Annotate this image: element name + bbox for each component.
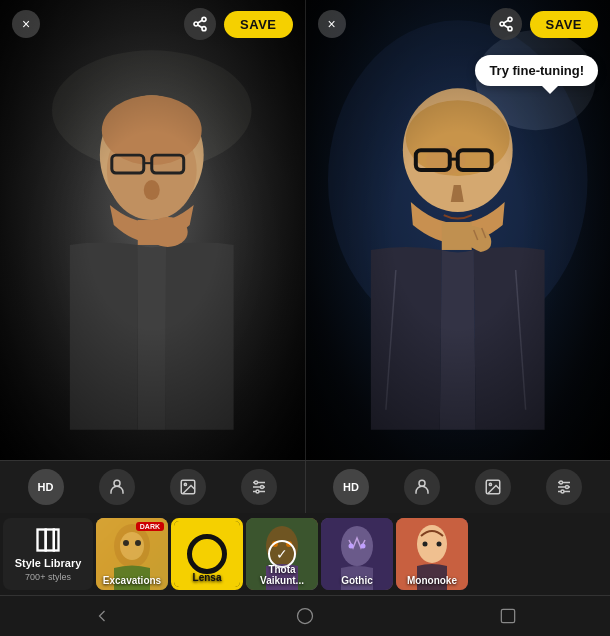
square-icon	[498, 606, 518, 626]
svg-point-64	[341, 526, 373, 566]
right-close-button[interactable]: ×	[318, 10, 346, 38]
person-svg-left	[0, 0, 305, 460]
lensa-circle	[187, 534, 227, 574]
svg-point-57	[123, 540, 129, 546]
svg-rect-51	[38, 530, 46, 551]
left-hd-button[interactable]: HD	[28, 469, 64, 505]
svg-point-65	[349, 544, 354, 549]
left-save-button[interactable]: SAVE	[224, 11, 292, 38]
sliders-icon-right	[555, 478, 573, 496]
svg-point-39	[254, 481, 257, 484]
excavations-label: Excavations	[96, 575, 168, 586]
right-hd-button[interactable]: HD	[333, 469, 369, 505]
svg-point-9	[148, 217, 188, 247]
left-gallery-button[interactable]	[170, 469, 206, 505]
left-panel: × SAVE	[0, 0, 305, 460]
svg-point-10	[202, 17, 206, 21]
svg-point-58	[135, 540, 141, 546]
svg-line-32	[503, 20, 508, 23]
mononoke-label: Mononoke	[396, 575, 468, 586]
style-library-icon	[34, 526, 62, 554]
svg-point-44	[490, 483, 492, 485]
finetune-tooltip: Try fine-tuning!	[475, 55, 598, 86]
right-gallery-button[interactable]	[475, 469, 511, 505]
svg-point-7	[144, 180, 160, 200]
svg-line-14	[198, 20, 203, 23]
svg-rect-53	[54, 530, 59, 551]
left-sliders-button[interactable]	[241, 469, 277, 505]
dark-badge: DARK	[136, 522, 164, 531]
svg-point-35	[184, 483, 186, 485]
svg-point-11	[194, 22, 198, 26]
left-tools: HD	[0, 461, 306, 513]
right-person-button[interactable]	[404, 469, 440, 505]
svg-point-56	[120, 532, 144, 560]
svg-point-71	[297, 609, 312, 624]
style-excavations[interactable]: DARK Excavations	[96, 518, 168, 590]
nav-home-button[interactable]	[287, 602, 323, 630]
left-top-bar: × SAVE	[0, 0, 305, 48]
thota-label: Thota Vaikunt...	[246, 564, 318, 586]
left-photo	[0, 0, 305, 460]
svg-point-50	[561, 490, 564, 493]
gallery-icon-right	[484, 478, 502, 496]
library-icon	[34, 526, 62, 554]
bottom-section: HD	[0, 460, 610, 636]
svg-point-12	[202, 27, 206, 31]
sliders-icon-left	[250, 478, 268, 496]
right-panel: Try fine-tuning! × SAVE	[305, 0, 611, 460]
right-top-bar: × SAVE	[306, 0, 611, 48]
svg-point-33	[114, 480, 120, 486]
back-icon	[92, 606, 112, 626]
left-person-button[interactable]	[99, 469, 135, 505]
svg-point-40	[260, 486, 263, 489]
lensa-label: Lensa	[174, 572, 240, 583]
share-icon-right	[498, 16, 514, 32]
share-icon-left	[192, 16, 208, 32]
svg-point-66	[361, 544, 366, 549]
svg-point-70	[437, 542, 442, 547]
style-library-subtitle: 700+ styles	[25, 572, 71, 582]
style-mononoke[interactable]: Mononoke	[396, 518, 468, 590]
person-icon-right	[413, 478, 431, 496]
left-share-button[interactable]	[184, 8, 216, 40]
nav-back-button[interactable]	[84, 602, 120, 630]
svg-point-30	[508, 27, 512, 31]
svg-point-42	[419, 480, 425, 486]
svg-point-28	[508, 17, 512, 21]
home-icon	[295, 606, 315, 626]
left-close-button[interactable]: ×	[12, 10, 40, 38]
style-lensa[interactable]: Lensa	[171, 518, 243, 590]
right-tools: HD	[306, 461, 611, 513]
style-library-title: Style Library	[15, 557, 82, 569]
nav-bar	[0, 595, 610, 636]
right-sliders-button[interactable]	[546, 469, 582, 505]
svg-point-48	[560, 481, 563, 484]
person-icon-left	[108, 478, 126, 496]
right-save-button[interactable]: SAVE	[530, 11, 598, 38]
style-library-item[interactable]: Style Library 700+ styles	[3, 518, 93, 590]
svg-rect-72	[502, 609, 515, 622]
svg-line-31	[503, 25, 508, 28]
styles-row: Style Library 700+ styles DARK Exc	[0, 513, 610, 595]
nav-square-button[interactable]	[490, 602, 526, 630]
style-thota[interactable]: ✓ Thota Vaikunt...	[246, 518, 318, 590]
svg-point-29	[500, 22, 504, 26]
style-gothic[interactable]: Gothic	[321, 518, 393, 590]
svg-point-69	[423, 542, 428, 547]
svg-line-13	[198, 25, 203, 28]
right-share-button[interactable]	[490, 8, 522, 40]
svg-rect-52	[46, 530, 54, 551]
gallery-icon-left	[179, 478, 197, 496]
svg-point-49	[566, 486, 569, 489]
svg-point-41	[256, 490, 259, 493]
gothic-label: Gothic	[321, 575, 393, 586]
